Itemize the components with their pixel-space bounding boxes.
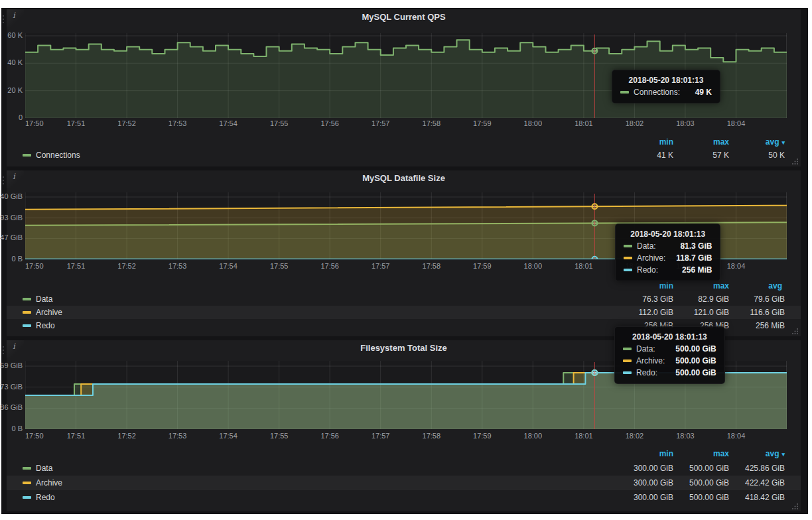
- stat-min-value: 112.0 GiB: [618, 308, 673, 317]
- tooltip-datafile: 2018-05-20 18:01:13 Data: 81.3 GiB Archi…: [615, 224, 720, 281]
- stat-max-value: 82.9 GiB: [673, 294, 729, 304]
- series-color-dash-icon: [23, 467, 31, 470]
- stat-max-header[interactable]: max: [673, 137, 729, 147]
- stat-avg-header[interactable]: avg▾: [729, 137, 785, 147]
- tooltip-value: 500.00 GiB: [665, 368, 716, 377]
- x-tick-label: 18:01: [575, 262, 593, 270]
- stat-max-value: 500.00 GiB: [673, 464, 729, 473]
- tooltip-timestamp: 2018-05-20 18:01:13: [624, 229, 712, 239]
- x-tick-label: 17:53: [169, 119, 187, 127]
- legend-series-toggle[interactable]: Data: [23, 464, 52, 473]
- series-color-dash-icon: [23, 324, 31, 327]
- x-tick-label: 18:03: [676, 432, 695, 440]
- legend-series-label: Connections: [36, 151, 80, 160]
- panel-drag-handle[interactable]: [2, 174, 5, 184]
- y-tick-label: 93 GiB: [0, 214, 23, 222]
- tooltip-series-label: Data:: [637, 241, 656, 251]
- y-tick-label: 47 GiB: [0, 233, 23, 241]
- stat-min-value: 76.3 GiB: [618, 294, 673, 304]
- legend-series-label: Redo: [36, 493, 55, 502]
- x-tick-label: 17:50: [25, 262, 44, 270]
- x-tick-label: 17:57: [372, 432, 390, 440]
- series-color-dash-icon: [23, 496, 31, 499]
- series-color-dash-icon: [623, 348, 632, 350]
- legend: min max avg▾ Data 300.00 GiB 500.00 GiB …: [7, 446, 801, 505]
- x-tick-label: 18:01: [575, 432, 593, 440]
- legend-series-toggle[interactable]: Redo: [23, 321, 55, 330]
- legend-series-toggle[interactable]: Connections: [23, 151, 80, 160]
- panel-resize-handle[interactable]: [791, 503, 799, 510]
- y-tick-label: 0 B: [11, 424, 23, 432]
- legend-series-toggle[interactable]: Redo: [23, 493, 55, 502]
- series-color-dash-icon: [620, 91, 629, 94]
- x-tick-label: 17:52: [117, 432, 136, 440]
- stat-max-header[interactable]: max: [673, 281, 729, 291]
- x-tick-label: 17:51: [67, 432, 86, 440]
- series-color-dash-icon: [624, 269, 632, 271]
- legend-row: Data 300.00 GiB 500.00 GiB 425.86 GiB: [7, 461, 801, 476]
- x-tick-label: 18:00: [524, 119, 543, 127]
- legend-series-label: Data: [36, 294, 52, 304]
- panel-drag-handle[interactable]: [2, 13, 5, 23]
- series-color-dash-icon: [624, 257, 632, 259]
- x-tick-label: 18:00: [524, 262, 543, 270]
- legend-stats-header: min max avg▾: [7, 135, 801, 149]
- series-color-dash-icon: [23, 298, 31, 300]
- x-tick-label: 17:51: [67, 262, 86, 270]
- x-tick-label: 17:56: [320, 119, 339, 127]
- x-tick-label: 17:55: [270, 432, 289, 440]
- y-tick-label: 0: [19, 113, 23, 121]
- x-tick-label: 18:03: [676, 119, 695, 127]
- legend-series-toggle[interactable]: Data: [23, 294, 52, 304]
- stat-min-value: 300.00 GiB: [618, 493, 673, 502]
- stat-min-header[interactable]: min: [618, 281, 673, 291]
- tooltip-value: 500.00 GiB: [665, 344, 716, 354]
- panel-drag-handle[interactable]: [2, 344, 5, 354]
- series-color-dash-icon: [23, 154, 31, 157]
- x-tick-label: 17:58: [423, 119, 441, 127]
- legend-series-toggle[interactable]: Archive: [23, 478, 62, 487]
- stat-max-header[interactable]: max: [673, 449, 729, 458]
- stat-avg-value: 50 K: [729, 151, 785, 160]
- legend-stats-header: min max avg▾: [7, 446, 801, 461]
- tooltip-value: 500.00 GiB: [665, 356, 716, 365]
- y-tick-label: 140 GiB: [0, 192, 23, 200]
- stat-avg-value: 79.6 GiB: [729, 294, 785, 304]
- stat-avg-header[interactable]: avg▾: [729, 449, 785, 458]
- legend: min max avg▾ Connections 41 K 57 K 50 K: [7, 135, 801, 162]
- x-tick-label: 17:54: [219, 432, 237, 440]
- sort-caret-icon: ▾: [781, 451, 785, 458]
- y-tick-label: 373 GiB: [0, 383, 23, 391]
- y-tick-label: 559 GiB: [0, 361, 23, 369]
- x-tick-label: 17:50: [25, 432, 44, 440]
- panel-title[interactable]: MySQL Current QPS: [7, 12, 801, 22]
- y-tick-label: 40 K: [7, 58, 23, 66]
- panel-resize-handle[interactable]: [791, 158, 799, 165]
- x-tick-label: 18:04: [727, 262, 746, 270]
- tooltip-series-label: Archive:: [636, 356, 665, 365]
- series-color-dash-icon: [623, 371, 632, 374]
- stat-avg-header[interactable]: avg: [729, 281, 785, 291]
- series-color-dash-icon: [624, 245, 632, 247]
- tooltip-filesystem: 2018-05-20 18:01:13 Data: 500.00 GiB Arc…: [614, 326, 725, 384]
- legend-series-toggle[interactable]: Archive: [23, 308, 62, 317]
- x-tick-label: 17:52: [117, 119, 136, 127]
- x-axis: 17:5017:5117:5217:5317:5417:5517:5617:57…: [25, 118, 787, 129]
- x-axis: 17:5017:5117:5217:5317:5417:5517:5617:57…: [25, 430, 787, 441]
- x-tick-label: 18:04: [727, 432, 746, 440]
- panel-resize-handle[interactable]: [791, 328, 799, 335]
- x-tick-label: 17:57: [372, 262, 390, 270]
- tooltip-series-label: Redo:: [637, 265, 658, 275]
- stat-avg-value: 418.42 GiB: [729, 493, 785, 502]
- panel-title[interactable]: MySQL Datafile Size: [7, 173, 801, 183]
- x-tick-label: 17:55: [270, 262, 289, 270]
- stat-max-value: 500.00 GiB: [673, 493, 729, 502]
- series-color-dash-icon: [23, 311, 31, 314]
- tooltip-timestamp: 2018-05-20 18:01:13: [623, 332, 716, 342]
- tooltip-value: 256 MiB: [671, 265, 712, 275]
- stat-min-header[interactable]: min: [618, 137, 673, 147]
- x-tick-label: 17:59: [473, 119, 492, 127]
- stat-avg-value: 116.6 GiB: [729, 308, 785, 317]
- stat-min-header[interactable]: min: [618, 449, 673, 458]
- x-tick-label: 17:58: [423, 262, 441, 270]
